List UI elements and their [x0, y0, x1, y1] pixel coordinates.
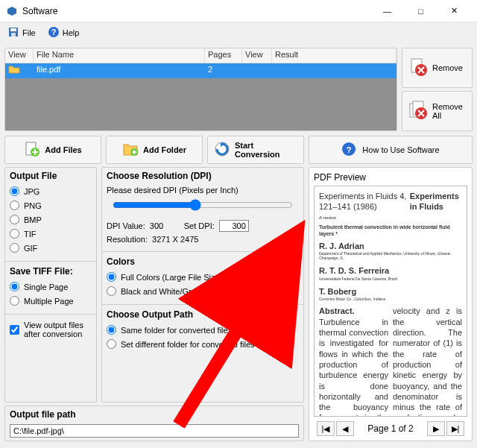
prev-page-button[interactable]: ◀	[336, 421, 354, 436]
col-view[interactable]: View	[5, 48, 34, 63]
save-icon	[7, 26, 19, 40]
left-options: Output File JPG PNG BMP TIF GIF Save TIF…	[4, 167, 97, 403]
cell-pages: 2	[205, 63, 242, 78]
radio-gif[interactable]: GIF	[10, 241, 92, 255]
app-icon	[6, 5, 18, 17]
col-filename[interactable]: File Name	[34, 48, 205, 63]
last-page-button[interactable]: ▶|	[446, 421, 464, 436]
menu-file[interactable]: File	[3, 25, 40, 41]
folder-icon	[5, 63, 34, 78]
radio-multiple-page[interactable]: Multiple Page	[10, 294, 92, 308]
dpi-title: Choose Resolution (DPI)	[102, 168, 303, 183]
window-title: Software	[22, 6, 370, 16]
col-result[interactable]: Result	[272, 48, 397, 63]
radio-same-folder[interactable]: Same folder for converted file	[107, 323, 299, 337]
resolution-value: 3271 X 2475	[152, 235, 198, 244]
dpi-slider[interactable]	[113, 199, 293, 211]
dpi-value: 300	[150, 221, 180, 230]
radio-jpg[interactable]: JPG	[10, 184, 92, 198]
pdf-preview-panel: PDF Preview Experiments in Fluids 4, 121…	[309, 167, 473, 441]
next-page-button[interactable]: ▶	[427, 421, 445, 436]
svg-rect-2	[11, 33, 16, 37]
radio-bmp[interactable]: BMP	[10, 212, 92, 227]
close-button[interactable]: ✕	[437, 0, 471, 22]
cell-filename: file.pdf	[34, 63, 205, 78]
outpath-title: Choose Output Path	[102, 306, 303, 321]
remove-all-button[interactable]: Remove All	[402, 91, 473, 131]
output-path-input[interactable]	[10, 424, 299, 438]
output-path-title: Output file path	[5, 406, 303, 421]
first-page-button[interactable]: |◀	[317, 421, 335, 436]
right-options: Choose Resolution (DPI) Please desired D…	[101, 167, 304, 403]
radio-bw[interactable]: Black and White/Grey (Small File Size)	[107, 284, 299, 298]
view-after-checkbox[interactable]: View output files after conversion	[5, 316, 96, 343]
radio-tif[interactable]: TIF	[10, 227, 92, 241]
svg-rect-1	[10, 28, 16, 31]
resolution-label: Resolution:	[107, 235, 148, 244]
menu-help[interactable]: ? Help	[43, 25, 84, 41]
colors-title: Colors	[102, 253, 303, 268]
radio-diff-folder[interactable]: Set different folder for converted files	[107, 337, 299, 351]
add-file-icon	[24, 141, 40, 159]
tiff-title: Save TIFF File:	[5, 263, 96, 278]
preview-pager: |◀ ◀ Page 1 of 2 ▶ ▶|	[314, 417, 467, 436]
dpi-value-label: DPI Value:	[107, 221, 145, 230]
titlebar: Software — □ ✕	[0, 0, 477, 22]
minimize-button[interactable]: —	[370, 0, 404, 22]
set-dpi-label: Set DPI:	[184, 221, 215, 230]
radio-full-color[interactable]: Full Colors (Large File Size)	[107, 270, 299, 284]
page-label: Page 1 of 2	[367, 423, 413, 434]
output-path-panel: Output file path	[4, 406, 304, 441]
dpi-hint: Please desired DPI (Pixels per Inch)	[107, 184, 299, 196]
file-list-header: View File Name Pages View Result	[5, 48, 397, 63]
add-folder-button[interactable]: Add Folder	[106, 136, 203, 164]
set-dpi-input[interactable]	[219, 220, 249, 232]
output-file-title: Output File	[5, 168, 96, 183]
menubar: File ? Help	[0, 22, 477, 43]
help-icon: ?	[341, 142, 356, 158]
remove-button[interactable]: Remove	[402, 48, 473, 88]
how-to-use-button[interactable]: ? How to Use Software	[309, 136, 473, 164]
delete-all-icon	[408, 101, 428, 122]
radio-png[interactable]: PNG	[10, 198, 92, 212]
svg-text:?: ?	[347, 145, 352, 154]
delete-file-icon	[408, 57, 428, 78]
start-conversion-button[interactable]: Start Conversion	[207, 136, 304, 164]
col-view2[interactable]: View	[242, 48, 272, 63]
add-files-button[interactable]: Add Files	[4, 136, 101, 164]
radio-single-page[interactable]: Single Page	[10, 280, 92, 294]
table-row[interactable]: file.pdf 2	[5, 63, 397, 78]
file-list-panel: View File Name Pages View Result file.pd…	[4, 48, 397, 131]
file-list-body[interactable]: file.pdf 2	[5, 63, 397, 130]
svg-text:?: ?	[51, 28, 56, 37]
add-folder-icon	[122, 141, 139, 159]
col-pages[interactable]: Pages	[205, 48, 242, 63]
help-icon: ?	[48, 26, 60, 40]
refresh-icon	[214, 141, 230, 159]
preview-title: PDF Preview	[314, 172, 467, 186]
preview-page[interactable]: Experiments in Fluids 4, 121–141 (1986)E…	[314, 186, 467, 417]
maximize-button[interactable]: □	[404, 0, 437, 22]
